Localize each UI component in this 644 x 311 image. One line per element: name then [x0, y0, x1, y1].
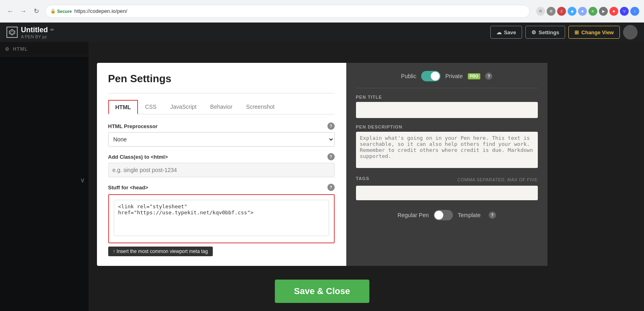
template-row: Regular Pen Template ? — [356, 207, 538, 220]
stuff-head-textarea[interactable]: <link rel="stylesheet" href="https://use… — [114, 200, 329, 236]
regular-pen-label: Regular Pen — [397, 212, 429, 218]
add-classes-group: Add Class(es) to <html> ? — [108, 153, 335, 177]
browser-actions: ☆ ⚙ 2 ◆ ■ K ▶ ■ V i — [536, 7, 639, 16]
tags-hint: COMMA SEPARATED, MAX OF FIVE — [457, 177, 537, 182]
template-toggle-knob — [434, 211, 443, 220]
reload-button[interactable]: ↻ — [31, 6, 42, 17]
ext2-icon[interactable]: 2 — [557, 7, 566, 16]
pen-name: Untitled — [21, 26, 48, 34]
pen-by: A PEN BY pz — [21, 34, 54, 39]
modal-overlay: Pen Settings HTML CSS JavaScript Behavio… — [0, 42, 644, 311]
pen-description-textarea[interactable] — [356, 132, 538, 168]
save-close-area: Save & Close — [275, 280, 369, 303]
ext3-icon[interactable]: ◆ — [568, 7, 576, 16]
preprocessor-help-icon[interactable]: ? — [327, 122, 335, 130]
stuff-head-help-icon[interactable]: ? — [327, 184, 335, 191]
ext1-icon[interactable]: ⚙ — [547, 7, 556, 16]
tab-behavior[interactable]: Behavior — [204, 100, 239, 114]
edit-icon[interactable]: ✏ — [50, 27, 54, 33]
dialog-right: Public Private PRO ? PEN TITLE — [346, 63, 547, 266]
preprocessor-label: HTML Preprocessor ? — [108, 122, 335, 130]
private-label: Private — [445, 73, 463, 79]
add-classes-help-icon[interactable]: ? — [327, 153, 335, 160]
pro-badge: PRO — [468, 73, 481, 79]
tags-row: TAGS COMMA SEPARATED, MAX OF FIVE — [356, 176, 538, 183]
add-classes-label: Add Class(es) to <html> ? — [108, 153, 335, 160]
template-label: Template — [458, 212, 481, 218]
tags-input[interactable] — [356, 186, 538, 200]
header-actions: ☁ Save ⚙ Settings ⊞ Change View — [490, 25, 638, 39]
pen-title-input[interactable] — [356, 102, 538, 118]
change-view-button[interactable]: ⊞ Change View — [568, 26, 620, 39]
template-help-icon[interactable]: ? — [489, 211, 496, 219]
tab-javascript[interactable]: JavaScript — [163, 100, 203, 114]
pen-title-area: Untitled ✏ A PEN BY pz — [6, 26, 490, 39]
address-url: https://codepen.io/pen/ — [74, 8, 128, 14]
svg-line-6 — [9, 33, 10, 33]
nav-buttons: ← → ↻ — [5, 6, 42, 17]
tab-screenshot[interactable]: Screenshot — [239, 100, 282, 114]
pen-name-group: Untitled ✏ A PEN BY pz — [21, 26, 54, 39]
address-bar[interactable]: 🔒 Secure https://codepen.io/pen/ — [45, 5, 530, 18]
save-button[interactable]: ☁ Save — [490, 26, 522, 39]
visibility-toggle[interactable] — [421, 71, 440, 81]
ext6-icon[interactable]: ▶ — [599, 7, 608, 16]
toggle-knob — [431, 72, 440, 81]
ext4-icon[interactable]: ■ — [578, 7, 587, 16]
dialog-title: Pen Settings — [108, 73, 335, 85]
save-close-button[interactable]: Save & Close — [275, 280, 369, 303]
ext7-icon[interactable]: ■ — [609, 7, 618, 16]
add-classes-input[interactable] — [108, 163, 335, 177]
svg-marker-1 — [10, 31, 14, 34]
settings-tabs: HTML CSS JavaScript Behavior Screenshot — [108, 100, 335, 114]
preprocessor-group: HTML Preprocessor ? None Haml Markdown S… — [108, 122, 335, 147]
pen-settings-dialog: Pen Settings HTML CSS JavaScript Behavio… — [97, 63, 547, 266]
codepen-logo[interactable] — [6, 27, 18, 38]
tags-label: TAGS — [356, 176, 370, 181]
user-avatar[interactable] — [623, 25, 638, 39]
head-section: <link rel="stylesheet" href="https://use… — [108, 194, 335, 243]
pen-title-label: PEN TITLE — [356, 95, 538, 100]
main-area: ⚙ HTML ∨ Pen Settings HTML CSS JavaScrip… — [0, 42, 644, 311]
ext5-icon[interactable]: K — [588, 7, 597, 16]
forward-button[interactable]: → — [18, 6, 29, 17]
settings-button[interactable]: ⚙ Settings — [525, 26, 565, 39]
bookmark-icon[interactable]: ☆ — [536, 7, 545, 16]
dialog-divider — [108, 93, 335, 93]
tags-group: TAGS COMMA SEPARATED, MAX OF FIVE — [356, 176, 538, 200]
stuff-head-label: Stuff for <head> ? — [108, 184, 335, 191]
visibility-help-icon[interactable]: ? — [485, 73, 492, 80]
pen-title-group: PEN TITLE — [356, 95, 538, 118]
ext9-icon[interactable]: i — [630, 7, 639, 16]
visibility-row: Public Private PRO ? — [356, 71, 538, 88]
template-toggle[interactable] — [434, 210, 453, 220]
ext8-icon[interactable]: V — [620, 7, 629, 16]
codepen-header: Untitled ✏ A PEN BY pz ☁ Save ⚙ Settings… — [0, 23, 644, 42]
browser-chrome: ← → ↻ 🔒 Secure https://codepen.io/pen/ ☆… — [0, 0, 644, 23]
public-label: Public — [401, 73, 416, 79]
stuff-head-group: Stuff for <head> ? <link rel="stylesheet… — [108, 184, 335, 256]
dialog-left: Pen Settings HTML CSS JavaScript Behavio… — [97, 63, 346, 266]
svg-line-4 — [14, 33, 15, 33]
pen-description-label: PEN DESCRIPTION — [356, 124, 538, 129]
secure-badge: 🔒 Secure — [50, 8, 72, 14]
preprocessor-select[interactable]: None Haml Markdown Slim Pug — [108, 132, 335, 147]
tab-css[interactable]: CSS — [138, 100, 163, 114]
tab-html[interactable]: HTML — [108, 100, 138, 114]
back-button[interactable]: ← — [5, 6, 16, 17]
pen-description-group: PEN DESCRIPTION — [356, 124, 538, 170]
dialog-inner: Pen Settings HTML CSS JavaScript Behavio… — [97, 63, 547, 266]
insert-meta-button[interactable]: ↑ Insert the most common viewport meta t… — [108, 247, 213, 256]
